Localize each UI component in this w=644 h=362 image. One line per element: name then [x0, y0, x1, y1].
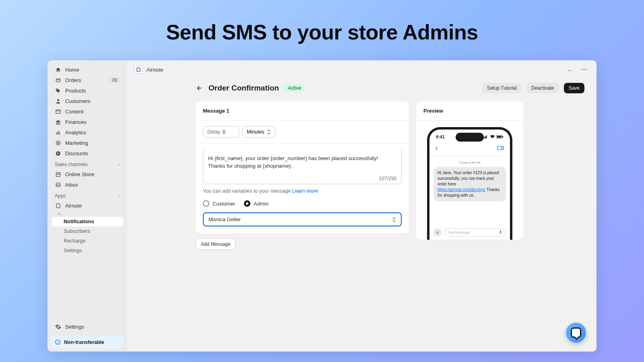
svg-rect-6 — [59, 132, 60, 134]
phone-timestamp: Today 9:40 PM — [429, 157, 510, 167]
radio-icon — [244, 200, 250, 207]
nav-discounts[interactable]: % Discounts — [52, 148, 123, 158]
nav-notifications[interactable]: Notifications — [52, 217, 123, 226]
message-textarea[interactable] — [208, 155, 396, 170]
sales-channels-header[interactable]: Sales channels › — [47, 158, 127, 169]
delay-unit: Minutes — [247, 129, 264, 135]
discount-icon: % — [55, 150, 61, 156]
svg-rect-18 — [486, 136, 487, 139]
tag-icon — [55, 87, 61, 94]
chevron-updown-icon — [267, 129, 271, 135]
radio-icon — [203, 200, 209, 207]
non-transferable-banner[interactable]: Non-transferable — [51, 336, 124, 348]
home-icon — [55, 66, 61, 73]
more-icon[interactable]: ··· — [580, 64, 589, 75]
message-header: Message 1 — [196, 101, 409, 121]
nav-label: Content — [65, 109, 120, 115]
nav-customers[interactable]: Customers — [52, 96, 123, 106]
radio-label: Admin — [254, 201, 268, 207]
status-badge: Active — [284, 84, 305, 92]
nav-subscribers[interactable]: Subscribers — [52, 226, 123, 236]
svg-point-2 — [57, 99, 59, 101]
back-button[interactable] — [196, 84, 204, 92]
airnote-icon — [55, 202, 61, 209]
topbar: Airnote ··· — [127, 60, 597, 79]
svg-point-8 — [57, 142, 59, 144]
message-textarea-wrap[interactable]: 107/250 — [203, 149, 402, 184]
sidebar: Home Orders 73 Products Customers Conten… — [47, 60, 127, 352]
target-icon — [55, 140, 61, 146]
content-icon — [55, 108, 61, 115]
svg-rect-20 — [497, 136, 502, 138]
chat-widget-button[interactable] — [566, 323, 586, 343]
nav-label: Analytics — [65, 130, 120, 136]
preview-card: Preview 9:41 — [416, 101, 523, 240]
nav-products[interactable]: Products — [52, 85, 123, 96]
delay-unit-select[interactable]: Minutes — [242, 126, 275, 138]
nav-analytics[interactable]: Analytics — [52, 127, 123, 138]
svg-rect-12 — [56, 204, 60, 208]
nav-label: Settings — [65, 324, 120, 330]
sms-bubble: Hi Jane, Your order #123 is placed succe… — [433, 167, 506, 202]
svg-rect-16 — [484, 137, 485, 138]
nav-recharge[interactable]: Recharge — [52, 236, 123, 246]
phone-time: 9:41 — [436, 134, 445, 139]
add-message-button[interactable]: Add Message — [196, 239, 235, 250]
nav-content[interactable]: Content — [52, 106, 123, 117]
nav-app-settings[interactable]: Settings — [52, 246, 123, 255]
svg-rect-22 — [497, 146, 502, 150]
page-header: Order Confirmation Active Setup Tutorial… — [196, 83, 584, 93]
phone-input-bar: + Text Message — [433, 228, 506, 237]
phone-back-icon: ‹ — [435, 143, 438, 152]
select-value: Monica Geller — [208, 216, 241, 222]
learn-more-link[interactable]: Learn more — [292, 188, 318, 194]
phone-status-icons — [483, 134, 504, 139]
nav-online-store[interactable]: Online Store — [52, 169, 123, 179]
plus-icon: + — [433, 228, 442, 237]
deactivate-button[interactable]: Deactivate — [526, 83, 559, 93]
nav-settings[interactable]: Settings — [52, 321, 123, 332]
help-text: You can add variables to your message Le… — [203, 188, 402, 194]
svg-rect-5 — [58, 131, 58, 134]
preview-header: Preview — [416, 101, 523, 121]
app-frame: Home Orders 73 Products Customers Conten… — [47, 60, 597, 352]
video-icon — [497, 146, 504, 150]
svg-rect-17 — [485, 136, 486, 138]
nav-label: Orders — [65, 77, 105, 83]
store-icon — [55, 171, 61, 177]
nt-label: Non-transferable — [64, 339, 104, 345]
nav-finances[interactable]: Finances — [52, 117, 123, 127]
section-title: Apps — [55, 193, 66, 199]
svg-rect-4 — [56, 132, 57, 134]
app-logo — [134, 66, 142, 74]
nav-label: Products — [65, 88, 120, 94]
setup-tutorial-button[interactable]: Setup Tutorial — [482, 83, 522, 93]
nav-airnote[interactable]: Airnote — [52, 200, 123, 211]
text-message-input: Text Message — [444, 228, 506, 237]
chevron-updown-icon — [392, 217, 396, 222]
nav-inbox[interactable]: Inbox — [52, 179, 123, 190]
nav-marketing[interactable]: Marketing — [52, 138, 123, 148]
pin-icon[interactable] — [566, 65, 576, 74]
save-button[interactable]: Save — [564, 83, 584, 93]
apps-header[interactable]: Apps › — [47, 190, 127, 200]
svg-rect-21 — [502, 136, 503, 138]
main: Airnote ··· Order Confirmation Active Se… — [127, 60, 597, 352]
nav-home[interactable]: Home — [52, 64, 123, 75]
admin-select[interactable]: Monica Geller — [203, 212, 402, 226]
recipient-customer-radio[interactable]: Customer — [203, 200, 235, 207]
delay-label: Delay — [207, 129, 220, 135]
radio-label: Customer — [213, 201, 235, 207]
nav-orders[interactable]: Orders 73 — [52, 75, 123, 85]
bank-icon — [55, 119, 61, 125]
svg-text:%: % — [57, 152, 59, 155]
app-name: Airnote — [147, 67, 163, 73]
recipient-admin-radio[interactable]: Admin — [244, 200, 268, 207]
hero-title: Send SMS to your store Admins — [0, 0, 644, 60]
mic-icon — [499, 230, 502, 235]
delay-input[interactable]: Delay 0 — [203, 126, 239, 138]
page-title: Order Confirmation — [208, 84, 279, 93]
nav-label: Inbox — [65, 182, 120, 188]
char-count: 107/250 — [208, 172, 396, 181]
phone-notch — [456, 133, 484, 142]
